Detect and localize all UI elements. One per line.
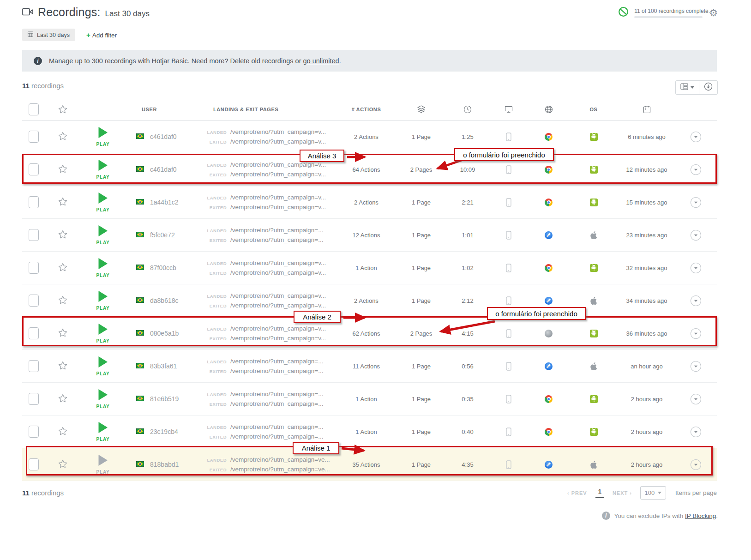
- favorite-star-icon[interactable]: [58, 459, 67, 470]
- favorite-star-icon[interactable]: [58, 394, 67, 404]
- row-checkbox[interactable]: [29, 327, 39, 339]
- favorite-star-icon[interactable]: [58, 197, 67, 208]
- row-checkbox[interactable]: [29, 393, 39, 405]
- row-options-button[interactable]: [675, 459, 717, 470]
- favorite-star-icon[interactable]: [58, 427, 67, 437]
- row-options-button[interactable]: [675, 262, 717, 274]
- favorite-star-icon[interactable]: [58, 164, 67, 175]
- row-options-button[interactable]: [675, 426, 717, 438]
- prev-page-button[interactable]: ‹ PREV: [567, 490, 587, 496]
- play-label: PLAY: [96, 371, 110, 376]
- actions-count: 1 Action: [337, 428, 396, 435]
- chrome-browser-icon: [529, 264, 569, 272]
- monitor-icon[interactable]: [488, 106, 529, 113]
- row-options-button[interactable]: [675, 328, 717, 339]
- play-label: PLAY: [96, 404, 110, 409]
- exited-url: /vemprotreino/?utm_campaign=ve...: [230, 466, 330, 473]
- favorite-star-icon[interactable]: [58, 328, 67, 339]
- row-checkbox[interactable]: [29, 163, 39, 175]
- row-options-button[interactable]: [675, 131, 717, 143]
- row-options-button[interactable]: [675, 393, 717, 405]
- column-header-os[interactable]: OS: [569, 107, 619, 112]
- play-label: PLAY: [96, 338, 110, 343]
- actions-count: 2 Actions: [337, 133, 396, 140]
- row-options-button[interactable]: [675, 229, 717, 241]
- landed-label: LANDED: [205, 195, 227, 200]
- annotation-analise-3: Análise 3: [300, 150, 344, 162]
- pages-count: 2 Pages: [396, 330, 447, 337]
- go-unlimited-link[interactable]: go unlimited: [303, 57, 339, 65]
- favorite-star-icon[interactable]: [58, 230, 67, 241]
- column-header-landing-exit[interactable]: LANDING & EXIT PAGES: [205, 107, 337, 112]
- select-all-checkbox[interactable]: [29, 103, 39, 115]
- actions-count: 35 Actions: [337, 461, 396, 468]
- row-checkbox[interactable]: [29, 426, 39, 438]
- current-page[interactable]: 1: [595, 488, 604, 498]
- items-per-page-select[interactable]: 100: [640, 486, 666, 500]
- play-button[interactable]: PLAY: [96, 258, 110, 278]
- exited-url: /vemprotreino/?utm_campaign=v...: [230, 171, 326, 178]
- brazil-flag-icon: [136, 231, 144, 239]
- page-subtitle: Last 30 days: [105, 9, 150, 18]
- play-button[interactable]: PLAY: [96, 126, 110, 147]
- play-button[interactable]: PLAY: [96, 192, 110, 212]
- record-slash-icon: [618, 6, 629, 19]
- row-checkbox[interactable]: [29, 458, 39, 470]
- row-checkbox[interactable]: [29, 131, 39, 143]
- add-filter-button[interactable]: +Add filter: [86, 31, 117, 39]
- favorite-star-icon[interactable]: [58, 132, 67, 142]
- play-label: PLAY: [96, 306, 110, 311]
- row-checkbox[interactable]: [29, 196, 39, 208]
- page-title: Recordings:: [38, 6, 101, 19]
- row-options-button[interactable]: [675, 197, 717, 208]
- play-icon: [98, 225, 108, 239]
- apple-os-icon: [569, 461, 619, 469]
- ip-blocking-link[interactable]: IP Blocking: [685, 512, 716, 519]
- star-icon: [45, 105, 80, 114]
- recording-status: 11 of 100 recordings complete. ⚙: [618, 6, 718, 19]
- play-icon: [98, 192, 108, 206]
- row-options-button[interactable]: [675, 295, 717, 307]
- column-header-user[interactable]: USER: [126, 107, 205, 112]
- exited-url: /vemprotreino/?utm_campaign=...: [230, 400, 323, 407]
- play-button[interactable]: PLAY: [96, 356, 110, 376]
- play-button[interactable]: PLAY: [96, 159, 110, 180]
- favorite-star-icon[interactable]: [58, 295, 67, 306]
- duration: 10:09: [447, 166, 488, 173]
- column-header-actions[interactable]: # ACTIONS: [337, 107, 396, 112]
- landed-url: /vemprotreino/?utm_campaign=v...: [230, 161, 326, 168]
- play-button[interactable]: PLAY: [96, 454, 110, 475]
- brazil-flag-icon: [136, 264, 144, 272]
- download-button[interactable]: [699, 81, 717, 94]
- table-view-button[interactable]: [676, 81, 699, 94]
- clock-icon[interactable]: [447, 105, 488, 114]
- row-checkbox[interactable]: [29, 229, 39, 241]
- favorite-star-icon[interactable]: [58, 361, 67, 372]
- next-page-button[interactable]: NEXT ›: [613, 490, 632, 496]
- row-checkbox[interactable]: [29, 295, 39, 307]
- globe-icon[interactable]: [529, 105, 569, 114]
- play-button[interactable]: PLAY: [96, 422, 110, 442]
- settings-gear-icon[interactable]: ⚙: [709, 8, 718, 18]
- pagination: ‹ PREV 1 NEXT › 100 Items per page: [567, 486, 717, 500]
- play-button[interactable]: PLAY: [96, 323, 110, 343]
- landing-exit-pages: LANDED/vemprotreino/?utm_campaign=v...EX…: [205, 161, 337, 178]
- play-icon: [98, 159, 108, 173]
- favorite-star-icon[interactable]: [58, 263, 67, 273]
- calendar-icon[interactable]: [619, 105, 675, 114]
- row-options-button[interactable]: [675, 361, 717, 372]
- row-options-button[interactable]: [675, 164, 717, 175]
- play-button[interactable]: PLAY: [96, 290, 110, 311]
- brazil-flag-icon: [136, 329, 144, 337]
- user-id: da8b618c: [150, 297, 179, 304]
- exited-url: /vemprotreino/?utm_campaign=v...: [230, 302, 326, 309]
- row-checkbox[interactable]: [29, 360, 39, 372]
- row-checkbox[interactable]: [29, 262, 39, 274]
- date-filter-button[interactable]: Last 30 days: [22, 29, 75, 41]
- brazil-flag-icon: [136, 428, 144, 436]
- brazil-flag-icon: [136, 460, 144, 469]
- actions-count: 1 Action: [337, 396, 396, 403]
- play-button[interactable]: PLAY: [96, 389, 110, 409]
- play-button[interactable]: PLAY: [96, 225, 110, 245]
- layers-icon[interactable]: [396, 105, 447, 113]
